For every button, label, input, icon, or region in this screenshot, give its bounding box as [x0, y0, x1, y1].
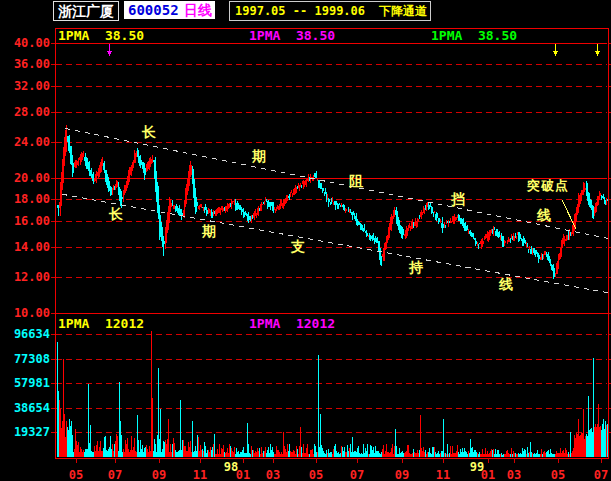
price-ma-label-3: 1PMA 38.50 [431, 29, 517, 42]
x-axis-month-label: 09 [395, 469, 409, 481]
volume-gridlines [51, 335, 611, 433]
volume-axis-label-19327: 19327 [0, 426, 50, 439]
volume-ma-label-2: 1PMA 12012 [249, 317, 335, 330]
support-line-label-char: 期 [202, 224, 216, 238]
support-line-label-char: 支 [291, 239, 305, 253]
x-axis-month-label: 09 [152, 469, 166, 481]
price-axis-label-36.00: 36.00 [0, 58, 50, 71]
x-axis-ticks [77, 458, 602, 463]
volume-axis-label-38654: 38654 [0, 402, 50, 415]
price-axis-label-20.00: 20.00 [0, 172, 50, 185]
breakout-pointer-line [562, 200, 576, 229]
price-axis-label-18.00: 18.00 [0, 193, 50, 206]
volume-bar-series[interactable] [57, 331, 608, 457]
x-axis-year-label: 98 [224, 461, 238, 473]
x-axis-month-label: 07 [108, 469, 122, 481]
price-axis-label-14.00: 14.00 [0, 241, 50, 254]
volume-ma-label-1: 1PMA 12012 [58, 317, 144, 330]
resistance-line-label-char: 期 [252, 149, 266, 163]
price-axis-label-24.00: 24.00 [0, 136, 50, 149]
resistance-line-label-char: 长 [142, 125, 156, 139]
descending-channel-lines [62, 128, 608, 292]
x-axis-month-label: 05 [69, 469, 83, 481]
price-ma-label-1: 1PMA 38.50 [58, 29, 144, 42]
resistance-line-label-char: 挡 [451, 192, 465, 206]
support-line-label-char: 持 [409, 260, 423, 274]
resistance-line-label-char: 线 [537, 208, 551, 222]
x-axis-month-label: 03 [266, 469, 280, 481]
x-axis-year-label: 99 [470, 461, 484, 473]
x-axis-month-label: 07 [350, 469, 364, 481]
price-axis-label-12.00: 12.00 [0, 271, 50, 284]
x-axis-month-label: 05 [309, 469, 323, 481]
support-line-label-char: 长 [109, 207, 123, 221]
x-axis-month-label: 07 [594, 469, 608, 481]
volume-axis-label-77308: 77308 [0, 353, 50, 366]
x-axis-month-label: 05 [551, 469, 565, 481]
price-axis-label-40.00: 40.00 [0, 37, 50, 50]
price-axis-label-16.00: 16.00 [0, 215, 50, 228]
support-line-label-char: 线 [499, 277, 513, 291]
volume-axis-label-96634: 96634 [0, 328, 50, 341]
volume-axis-label-57981: 57981 [0, 377, 50, 390]
x-axis-month-label: 11 [193, 469, 207, 481]
chart-canvas[interactable] [0, 0, 611, 481]
resistance-line-label-char: 阻 [349, 174, 363, 188]
x-axis-month-label: 11 [436, 469, 450, 481]
price-axis-label-10.00: 10.00 [0, 307, 50, 320]
price-ma-label-2: 1PMA 38.50 [249, 29, 335, 42]
price-axis-label-28.00: 28.00 [0, 106, 50, 119]
breakout-point-label: 突破点 [527, 179, 569, 193]
price-axis-label-32.00: 32.00 [0, 80, 50, 93]
overlay-marks [107, 44, 600, 229]
x-axis-month-label: 03 [507, 469, 521, 481]
candlestick-series[interactable] [58, 125, 608, 278]
